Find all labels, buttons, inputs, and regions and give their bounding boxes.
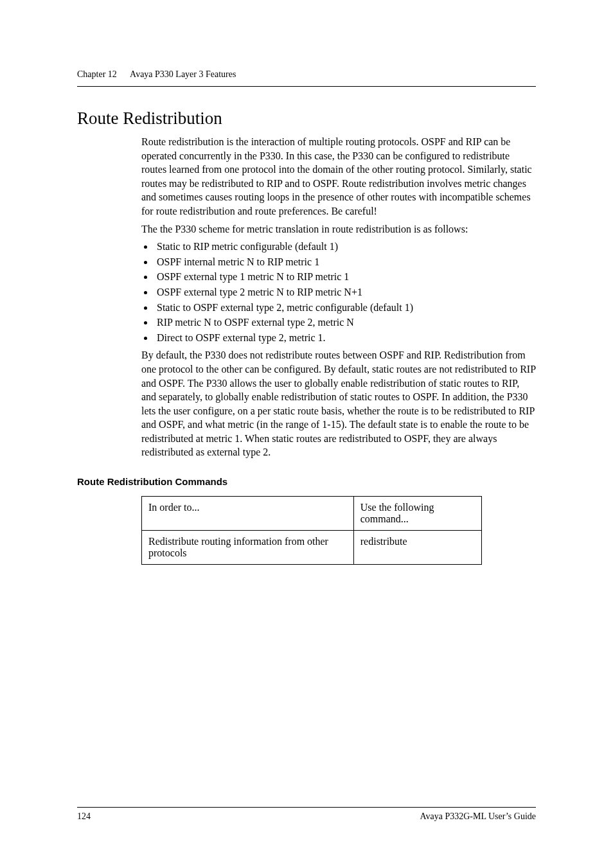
section-body: Route redistribution is the interaction … bbox=[141, 135, 536, 459]
list-item: Static to RIP metric configurable (defau… bbox=[154, 240, 536, 254]
list-item: OSPF internal metric N to RIP metric 1 bbox=[154, 255, 536, 269]
table-cell-right: redistribute bbox=[353, 531, 481, 565]
paragraph: By default, the P330 does not redistribu… bbox=[141, 348, 536, 459]
doc-title: Avaya P332G-ML User’s Guide bbox=[420, 811, 536, 822]
section-title: Route Redistribution bbox=[77, 109, 536, 128]
list-item: OSPF external type 1 metric N to RIP met… bbox=[154, 270, 536, 284]
page: Chapter 12 Avaya P330 Layer 3 Features R… bbox=[0, 0, 613, 868]
chapter-label: Chapter 12 bbox=[77, 69, 117, 79]
page-number: 124 bbox=[77, 811, 91, 822]
commands-table: In order to... Use the following command… bbox=[141, 496, 482, 565]
list-item: OSPF external type 2 metric N to RIP met… bbox=[154, 285, 536, 299]
running-header: Chapter 12 Avaya P330 Layer 3 Features bbox=[77, 69, 536, 87]
list-item: Direct to OSPF external type 2, metric 1… bbox=[154, 331, 536, 345]
list-item: RIP metric N to OSPF external type 2, me… bbox=[154, 315, 536, 330]
chapter-title: Avaya P330 Layer 3 Features bbox=[130, 69, 236, 79]
table-header-right: Use the following command... bbox=[353, 497, 481, 531]
table-header-left: In order to... bbox=[142, 497, 354, 531]
page-footer: 124 Avaya P332G-ML User’s Guide bbox=[77, 807, 536, 822]
table-row: Redistribute routing information from ot… bbox=[142, 531, 482, 565]
commands-heading: Route Redistribution Commands bbox=[77, 476, 536, 487]
table-cell-left: Redistribute routing information from ot… bbox=[142, 531, 354, 565]
paragraph: The the P330 scheme for metric translati… bbox=[141, 222, 536, 236]
bullet-list: Static to RIP metric configurable (defau… bbox=[141, 240, 536, 344]
list-item: Static to OSPF external type 2, metric c… bbox=[154, 301, 536, 315]
paragraph: Route redistribution is the interaction … bbox=[141, 135, 536, 218]
table-row: In order to... Use the following command… bbox=[142, 497, 482, 531]
